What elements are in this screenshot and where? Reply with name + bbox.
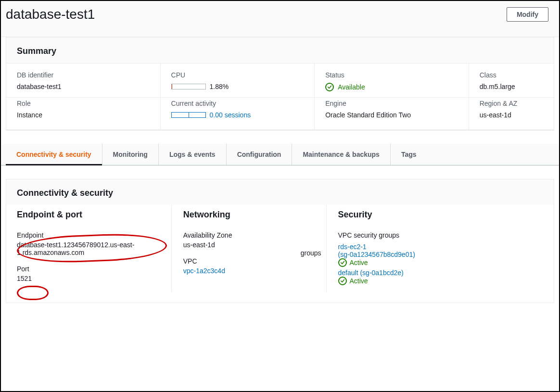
security-heading: Security: [338, 210, 543, 220]
region-value: us-east-1d: [480, 111, 543, 119]
cpu-bar: [171, 84, 206, 89]
engine-value: Oracle Standard Edition Two: [325, 111, 458, 119]
activity-value: 0.00 sessions: [171, 111, 304, 119]
az-value: us-east-1d: [183, 241, 318, 249]
sessions-bar: [171, 112, 206, 118]
page-title: database-test1: [6, 7, 95, 22]
cpu-label: CPU: [171, 71, 304, 79]
class-value: db.m5.large: [480, 83, 543, 90]
role-label: Role: [17, 100, 150, 107]
class-label: Class: [480, 71, 543, 79]
connectivity-header: Connectivity & security: [6, 179, 554, 205]
az-label: Availability Zone: [183, 231, 318, 239]
summary-panel: Summary DB identifier database-test1 CPU…: [6, 37, 554, 130]
endpoint-port-heading: Endpoint & port: [17, 210, 163, 220]
security-group-2: default (sg-0a1bcd2e) Active: [338, 269, 543, 285]
sg2-status-text: Active: [350, 277, 368, 285]
endpoint-label: Endpoint: [17, 231, 163, 239]
tab-monitoring[interactable]: Monitoring: [102, 144, 159, 165]
endpoint-value: database-test1.123456789012.us-east-1.rd…: [17, 241, 163, 256]
check-circle-icon: [338, 277, 347, 285]
tab-configuration[interactable]: Configuration: [227, 144, 293, 165]
sg1-id-link[interactable]: (sg-0a1234567b8cd9e01): [338, 251, 415, 258]
security-group-1: rds-ec2-1 (sg-0a1234567b8cd9e01) Active: [338, 243, 543, 267]
tab-logs[interactable]: Logs & events: [159, 144, 227, 165]
status-value: Available: [325, 83, 458, 91]
connectivity-title: Connectivity & security: [17, 188, 543, 198]
region-cell: Region & AZ us-east-1d: [469, 98, 554, 129]
activity-link[interactable]: 0.00 sessions: [210, 111, 251, 119]
status-text: Available: [338, 83, 365, 91]
tab-connectivity[interactable]: Connectivity & security: [6, 144, 102, 165]
db-identifier-label: DB identifier: [17, 71, 150, 79]
sg1-status-text: Active: [350, 259, 368, 266]
annotation-circle-port: [17, 286, 49, 300]
vpc-value: vpc-1a2c3c4d: [183, 267, 318, 275]
connectivity-body: Endpoint & port Endpoint database-test1.…: [6, 205, 554, 303]
networking-column: Networking Availability Zone us-east-1d …: [172, 205, 327, 292]
modify-button[interactable]: Modify: [507, 7, 548, 22]
page-header: database-test1 Modify: [1, 1, 559, 37]
port-value: 1521: [17, 275, 163, 282]
cpu-value-text: 1.88%: [210, 83, 229, 90]
region-label: Region & AZ: [480, 100, 543, 107]
class-cell: Class db.m5.large: [469, 63, 554, 97]
role-cell: Role Instance: [6, 98, 161, 129]
detail-tabs: Connectivity & security Monitoring Logs …: [1, 144, 559, 165]
networking-heading: Networking: [183, 210, 318, 220]
vpc-link[interactable]: vpc-1a2c3c4d: [183, 267, 225, 275]
check-circle-icon: [338, 258, 347, 267]
sg2-name-link[interactable]: default (sg-0a1bcd2e): [338, 269, 404, 277]
tab-maintenance[interactable]: Maintenance & backups: [292, 144, 391, 165]
vpc-label: VPC: [183, 257, 318, 265]
summary-header: Summary: [6, 38, 554, 63]
summary-row-2: Role Instance Current activity 0.00 sess…: [6, 98, 554, 130]
check-circle-icon: [325, 83, 334, 91]
db-identifier-cell: DB identifier database-test1: [6, 63, 161, 97]
activity-cell: Current activity 0.00 sessions: [161, 98, 315, 129]
sg1-status: Active: [338, 258, 543, 267]
activity-label: Current activity: [171, 100, 304, 107]
role-value: Instance: [17, 111, 150, 119]
summary-row-1: DB identifier database-test1 CPU 1.88% S…: [6, 63, 554, 98]
sg2-status: Active: [338, 277, 543, 285]
security-column: Security VPC security groups rds-ec2-1 (…: [327, 205, 543, 292]
endpoint-port-column: Endpoint & port Endpoint database-test1.…: [17, 205, 172, 292]
port-label: Port: [17, 265, 163, 273]
cpu-cell: CPU 1.88%: [161, 63, 315, 97]
status-cell: Status Available: [315, 63, 469, 97]
vpc-sg-label: VPC security groups: [338, 231, 543, 239]
sg1-name-link[interactable]: rds-ec2-1: [338, 243, 367, 251]
tab-tags[interactable]: Tags: [391, 144, 427, 165]
groups-text: groups: [301, 249, 321, 257]
engine-cell: Engine Oracle Standard Edition Two: [315, 98, 469, 129]
db-identifier-value: database-test1: [17, 83, 150, 90]
engine-label: Engine: [325, 100, 458, 107]
cpu-value: 1.88%: [171, 83, 304, 90]
summary-title: Summary: [17, 46, 543, 56]
status-label: Status: [325, 71, 458, 79]
connectivity-panel: Connectivity & security Endpoint & port …: [6, 179, 554, 303]
